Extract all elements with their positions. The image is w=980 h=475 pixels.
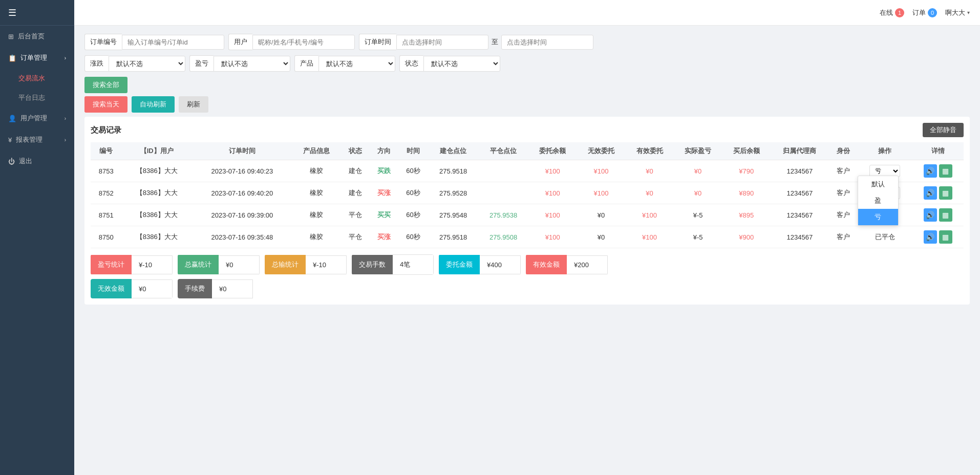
entrust-value: ¥400 (480, 255, 521, 274)
table-row: 8753 【8386】大大 2023-07-16 09:40:23 橡胶 建仓 … (91, 160, 964, 182)
online-count: 1 (895, 8, 904, 17)
dropdown-option-win[interactable]: 盈 (858, 192, 898, 209)
col-detail: 详情 (912, 142, 964, 160)
stat-loss: 总输统计 ¥-10 (265, 254, 347, 275)
fee-label: 手续费 (178, 279, 212, 298)
cell-time: 60秒 (398, 204, 428, 226)
cell-action[interactable]: 亏 默认 盈 默认 盈 亏 (858, 160, 912, 182)
rise-filter: 涨跌 默认不选 (84, 55, 185, 72)
transaction-table: 编号 【ID】用户 订单时间 产品信息 状态 方向 时间 建仓点位 平仓点位 委… (91, 142, 964, 248)
cell-open-price: 275.9548 (428, 204, 478, 226)
product-select[interactable]: 默认不选 (318, 56, 395, 72)
online-status: 在线 1 (880, 8, 904, 17)
order-time-start[interactable] (396, 35, 488, 50)
sidebar-item-label: 报表管理 (16, 135, 42, 144)
stat-pnl: 盈亏统计 ¥-10 (91, 254, 173, 275)
dropdown-option-loss[interactable]: 亏 (858, 209, 898, 225)
topbar: 在线 1 订单 0 啊大大 ▾ (74, 0, 980, 26)
status-select[interactable]: 默认不选 (423, 56, 500, 72)
sidebar-item-dashboard[interactable]: ⊞ 后台首页 (0, 26, 74, 47)
sound-button[interactable]: 🔊 (924, 208, 937, 222)
sidebar-item-label: 后台首页 (18, 32, 45, 41)
cell-open-price: 275.9528 (428, 182, 478, 204)
sound-button[interactable]: 🔊 (924, 186, 937, 200)
sidebar-item-report-mgmt[interactable]: ¥ 报表管理 › (0, 129, 74, 150)
entrust-label: 委托金额 (439, 255, 480, 274)
cell-entrust: ¥100 (528, 226, 577, 248)
user-menu[interactable]: 啊大大 ▾ (945, 8, 970, 17)
cell-product: 橡胶 (292, 182, 341, 204)
auto-refresh-button[interactable]: 自动刷新 (132, 96, 175, 113)
cell-direction: 买涨 (370, 226, 398, 248)
sidebar-item-user-mgmt[interactable]: 👤 用户管理 › (0, 107, 74, 129)
cell-status: 平仓 (341, 226, 370, 248)
col-product: 产品信息 (292, 142, 341, 160)
order-time-label: 订单时间 (359, 34, 396, 50)
mute-all-button[interactable]: 全部静音 (923, 123, 964, 137)
col-status: 状态 (341, 142, 370, 160)
rise-select[interactable]: 默认不选 (109, 56, 185, 72)
order-time-end[interactable] (501, 35, 593, 50)
cell-status: 平仓 (341, 204, 370, 226)
col-user: 【ID】用户 (121, 142, 191, 160)
detail-button[interactable]: ▦ (939, 208, 952, 222)
cell-direction: 买涨 (370, 182, 398, 204)
cell-identity: 客户 (829, 204, 858, 226)
cell-id: 8750 (91, 226, 121, 248)
fee-value: ¥0 (212, 279, 253, 298)
invalid-value: ¥0 (132, 279, 173, 298)
search-all-button[interactable]: 搜索全部 (84, 77, 127, 93)
cell-detail: 🔊 ▦ (912, 226, 964, 248)
detail-button[interactable]: ▦ (939, 186, 952, 200)
user-dropdown-arrow: ▾ (967, 10, 970, 15)
cell-user: 【8386】大大 (121, 182, 191, 204)
order-no-input[interactable] (122, 35, 224, 50)
win-loss-select[interactable]: 默认不选 (214, 56, 290, 72)
table-card: 交易记录 全部静音 编号 【ID】用户 订单时间 产品信息 状态 方向 时间 (84, 117, 970, 305)
cell-id: 8752 (91, 182, 121, 204)
cell-order-time: 2023-07-16 09:35:48 (192, 226, 292, 248)
table-header: 编号 【ID】用户 订单时间 产品信息 状态 方向 时间 建仓点位 平仓点位 委… (91, 142, 964, 160)
user-input[interactable] (252, 35, 355, 50)
sidebar-item-order-mgmt[interactable]: 📋 订单管理 › (0, 47, 74, 69)
order-time-filter: 订单时间 至 (359, 34, 593, 50)
cell-close-price (478, 182, 528, 204)
cell-order-time: 2023-07-16 09:40:20 (192, 182, 292, 204)
cell-valid: ¥100 (625, 226, 674, 248)
cell-action: 已平仓 (858, 226, 912, 248)
cell-valid: ¥0 (625, 160, 674, 182)
menu-icon[interactable]: ☰ (8, 7, 16, 18)
chevron-right-icon: › (65, 55, 66, 61)
sidebar-menu: ⊞ 后台首页 📋 订单管理 › 交易流水 平台日志 👤 用户管理 › ¥ (0, 26, 74, 475)
sidebar-item-logout[interactable]: ⏻ 退出 (0, 150, 74, 172)
cell-order-time: 2023-07-16 09:39:00 (192, 204, 292, 226)
cell-user: 【8386】大大 (121, 226, 191, 248)
sidebar: ☰ ⊞ 后台首页 📋 订单管理 › 交易流水 平台日志 👤 用户管理 › (0, 0, 74, 475)
to-text: 至 (488, 37, 501, 47)
sidebar-item-transaction[interactable]: 交易流水 (0, 69, 74, 88)
cell-detail: 🔊 ▦ (912, 182, 964, 204)
table-wrapper: 编号 【ID】用户 订单时间 产品信息 状态 方向 时间 建仓点位 平仓点位 委… (91, 142, 964, 248)
table-title: 交易记录 (91, 125, 121, 135)
cell-direction: 买跌 (370, 160, 398, 182)
loss-label: 总输统计 (265, 255, 306, 274)
detail-button[interactable]: ▦ (939, 164, 952, 178)
sidebar-item-platform-log[interactable]: 平台日志 (0, 88, 74, 107)
filter-row-2: 涨跌 默认不选 盈亏 默认不选 产品 默认不选 状态 默认不选 (84, 55, 970, 72)
valid-label: 有效金额 (526, 255, 567, 274)
sidebar-item-label: 订单管理 (20, 53, 47, 62)
cell-identity: 客户 (829, 182, 858, 204)
search-today-button[interactable]: 搜索当天 (84, 96, 127, 113)
cell-direction: 买买 (370, 204, 398, 226)
refresh-button[interactable]: 刷新 (179, 96, 208, 113)
sound-button[interactable]: 🔊 (924, 230, 937, 244)
cell-id: 8751 (91, 204, 121, 226)
cell-open-price: 275.9518 (428, 226, 478, 248)
detail-button[interactable]: ▦ (939, 230, 952, 244)
valid-value: ¥200 (567, 255, 608, 274)
cell-close-price: 275.9508 (478, 226, 528, 248)
stats-row-2: 无效金额 ¥0 手续费 ¥0 (91, 279, 964, 298)
sound-button[interactable]: 🔊 (924, 164, 937, 178)
dropdown-option-default[interactable]: 默认 (858, 176, 898, 192)
cell-agent: 1234567 (771, 226, 829, 248)
